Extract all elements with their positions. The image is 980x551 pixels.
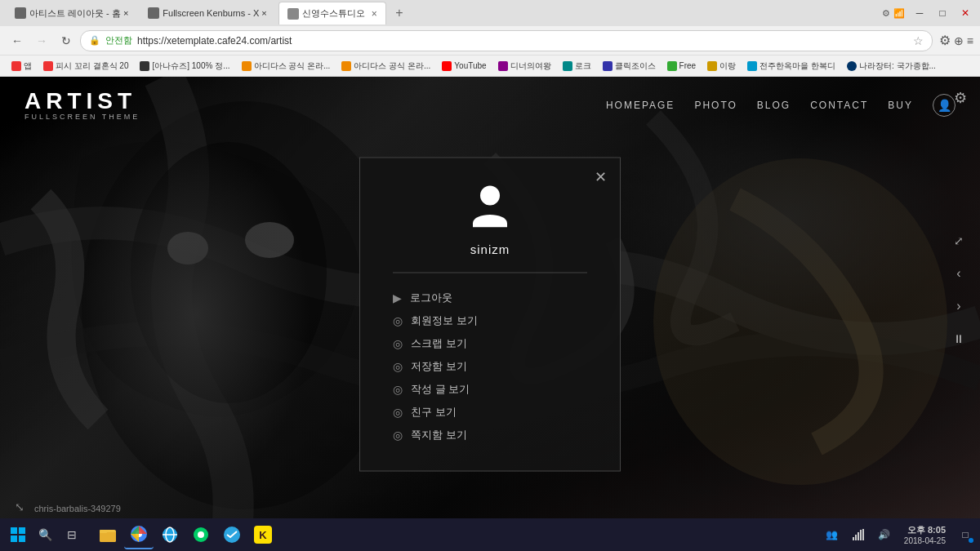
clock-date-text: 2018-04-25 (904, 536, 946, 545)
tab-close-3[interactable]: × (372, 8, 377, 20)
extensions-area: ⚙ ⊕ ≡ (939, 33, 973, 48)
site-logo: ARTIST FULLSCREEN THEME (24, 90, 140, 121)
bookmark-star-icon[interactable]: ☆ (913, 34, 924, 47)
taskbar-telegram[interactable] (217, 520, 247, 549)
tab-label-1: 아티스트 레이아웃 - 홈 × (29, 7, 128, 20)
bookmark-label-yt: YouTube (454, 61, 486, 70)
website-content: ARTIST FULLSCREEN THEME HOMEPAGE PHOTO B… (0, 77, 980, 551)
bookmark-5[interactable]: 디너의여왕 (493, 59, 556, 73)
user-icon-button[interactable]: 👤 (933, 94, 956, 117)
taskbar-file-explorer[interactable] (93, 520, 122, 549)
menu-item-posts[interactable]: ◎ 작성 글 보기 (393, 377, 587, 400)
bookmark-7[interactable]: 클릭조이스 (598, 59, 661, 73)
popup-close-button[interactable]: ✕ (595, 167, 607, 185)
bookmark-3[interactable]: 아디다스 공식 온라... (237, 59, 336, 73)
slide-expand-icon[interactable]: ⤢ (947, 229, 970, 252)
friends-icon: ◎ (393, 405, 403, 418)
tab-1[interactable]: 아티스트 레이아웃 - 홈 × (7, 2, 136, 24)
tab-add-button[interactable]: + (390, 3, 409, 23)
bookmark-label-5: 디너의여왕 (510, 60, 551, 72)
taskbar: 🔍 ⊟ (0, 518, 980, 551)
menu-item-scrap[interactable]: ◎ 스크랩 보기 (393, 331, 587, 354)
bookmark-label-7: 클릭조이스 (615, 60, 656, 72)
bookmark-label-11: 나라장터: 국가종합... (859, 60, 936, 72)
address-bar[interactable]: 🔒 안전함 https://xetemplate.cafe24.com/arti… (80, 30, 933, 51)
nav-blog[interactable]: BLOG (757, 100, 791, 111)
messages-icon: ◎ (393, 428, 403, 441)
close-button[interactable]: ✕ (957, 5, 973, 21)
sys-tray-icon2: 📶 (893, 8, 905, 19)
start-button[interactable] (3, 520, 33, 549)
forward-button[interactable]: → (31, 30, 52, 51)
nav-homepage[interactable]: HOMEPAGE (606, 100, 675, 111)
taskbar-vpn[interactable] (186, 520, 216, 549)
menu-item-profile[interactable]: ◎ 회원정보 보기 (393, 309, 587, 331)
network-icon[interactable] (847, 523, 870, 546)
menu-item-logout[interactable]: ▶ 로그아웃 (393, 286, 587, 309)
maximize-button[interactable]: □ (934, 5, 951, 21)
clock-time-text: 오후 8:05 (904, 524, 946, 536)
user-silhouette-icon: 👤 (938, 99, 951, 112)
ext-icon-3[interactable]: ≡ (967, 34, 973, 47)
bookmark-apps[interactable]: 앱 (7, 59, 37, 73)
svg-rect-7 (19, 527, 25, 534)
nav-contact[interactable]: CONTACT (810, 100, 868, 111)
menu-divider (393, 272, 587, 273)
taskbar-ie[interactable] (155, 520, 185, 549)
tab-3-active[interactable]: 신영수스튜디오 × (278, 2, 386, 24)
ext-icon-2[interactable]: ⊕ (954, 34, 964, 47)
bookmark-label-4: 아디다스 공식 온라... (354, 60, 430, 72)
sys-tray-icon1: ⚙ (882, 8, 890, 19)
taskbar-chrome[interactable] (124, 520, 154, 549)
bookmark-favicon-2 (140, 61, 149, 71)
menu-item-messages[interactable]: ◎ 쪽지함 보기 (393, 423, 587, 446)
apps-favicon (11, 61, 21, 71)
tab-favicon-2 (148, 7, 159, 19)
people-icon[interactable]: 👥 (821, 523, 844, 546)
taskbar-task-view[interactable]: ⊟ (57, 520, 87, 549)
back-button[interactable]: ← (7, 30, 28, 51)
svg-rect-24 (858, 532, 859, 540)
tab-label-2: Fullscreen Kenburns - X × (163, 8, 266, 18)
slide-pause-icon[interactable]: ⏸ (947, 327, 970, 350)
profile-label: 회원정보 보기 (411, 313, 478, 327)
slide-controls: ⤢ ‹ › ⏸ (947, 229, 970, 350)
logo-subtitle-text: FULLSCREEN THEME (24, 113, 140, 121)
logo-artist-text: ARTIST (24, 90, 140, 113)
minimize-button[interactable]: ─ (911, 5, 928, 21)
bookmark-11[interactable]: 나라장터: 국가종합... (842, 59, 941, 73)
menu-item-friends[interactable]: ◎ 친구 보기 (393, 400, 587, 423)
bookmark-2[interactable]: [아나슈즈] 100% 정... (135, 59, 234, 73)
slide-prev-icon[interactable]: ‹ (947, 262, 970, 285)
tab-2[interactable]: Fullscreen Kenburns - X × (140, 2, 274, 24)
user-avatar-section: sinizm (393, 182, 587, 256)
bookmark-4[interactable]: 아디다스 공식 온라... (336, 59, 435, 73)
lock-icon: 🔒 (89, 35, 100, 46)
notification-center[interactable]: □ (954, 523, 977, 546)
slide-next-icon[interactable]: › (947, 295, 970, 318)
bookmark-10[interactable]: 전주한옥마을 한복디 (742, 59, 840, 73)
volume-icon[interactable]: 🔊 (873, 523, 896, 546)
bookmark-9[interactable]: 이랑 (702, 59, 741, 73)
site-settings-icon[interactable]: ⚙ (954, 89, 967, 107)
ext-icon-1[interactable]: ⚙ (939, 33, 951, 48)
clock-display[interactable]: 오후 8:05 2018-04-25 (899, 524, 951, 545)
nav-photo[interactable]: PHOTO (694, 100, 737, 111)
scrap-icon: ◎ (393, 336, 403, 349)
photo-credit: chris-barbalis-349279 (34, 504, 121, 513)
nav-buy[interactable]: BUY (888, 100, 913, 111)
posts-icon: ◎ (393, 382, 403, 395)
bookmark-youtube[interactable]: YouTube (437, 60, 491, 73)
bookmark-favicon-10 (747, 61, 757, 71)
secure-label: 안전함 (105, 34, 132, 47)
menu-item-save[interactable]: ◎ 저장함 보기 (393, 354, 587, 377)
refresh-button[interactable]: ↻ (56, 30, 77, 51)
taskbar-search-button[interactable]: 🔍 (33, 522, 57, 547)
bookmark-1[interactable]: 피시 꼬리 결혼식 20 (38, 59, 133, 73)
fullscreen-icon[interactable]: ⤡ (15, 500, 24, 513)
notification-dot (969, 538, 973, 543)
bookmark-8[interactable]: Free (662, 60, 702, 73)
bookmarks-bar: 앱 피시 꼬리 결혼식 20 [아나슈즈] 100% 정... 아디다스 공식 … (0, 56, 980, 77)
taskbar-kakao[interactable]: K (248, 520, 278, 549)
bookmark-6[interactable]: 로크 (558, 59, 596, 73)
